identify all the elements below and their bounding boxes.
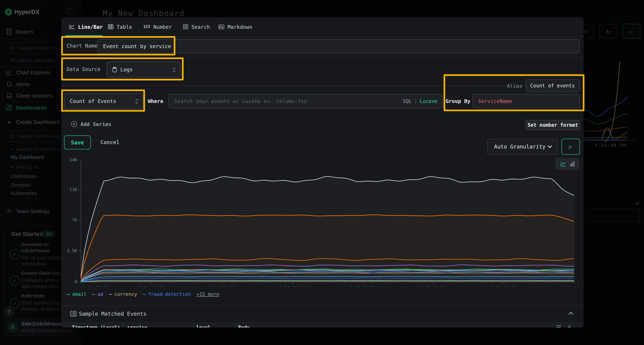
sample-events-title: Sample Matched Events bbox=[79, 311, 146, 317]
legend-more-link[interactable]: +15 more bbox=[196, 291, 219, 297]
highlight-chart-name bbox=[61, 36, 175, 55]
svg-text:3:29:00 PM: 3:29:00 PM bbox=[279, 286, 305, 287]
list-icon bbox=[70, 311, 76, 317]
wrap-text-icon[interactable] bbox=[556, 325, 562, 328]
column-service[interactable]: service bbox=[127, 325, 147, 328]
plus-circle-icon bbox=[71, 121, 77, 127]
chart-type-tabs: Line/Bar Table 123 Number Search Markdow… bbox=[61, 17, 584, 37]
svg-text:7K: 7K bbox=[72, 218, 78, 223]
legend-entry[interactable]: —ad bbox=[92, 291, 104, 297]
collapse-section-icon[interactable] bbox=[568, 312, 574, 315]
preview-line-chart[interactable]: 03.5K7K11K14KAug 4 3:04:00 PM3:13:00 PM3… bbox=[62, 157, 580, 287]
column-level[interactable]: level bbox=[196, 325, 210, 328]
table-icon bbox=[108, 24, 114, 29]
query-language-toggle[interactable]: SQL|Lucene bbox=[403, 98, 438, 104]
cancel-button[interactable]: Cancel bbox=[100, 135, 120, 149]
granularity-select[interactable]: Auto Granularity bbox=[487, 139, 558, 155]
svg-text:3:37:00 PM: 3:37:00 PM bbox=[350, 286, 376, 287]
column-body[interactable]: Body bbox=[238, 325, 250, 328]
svg-text:Aug 4 3:04:00 PM: Aug 4 3:04:00 PM bbox=[67, 286, 108, 287]
highlight-group-by bbox=[444, 74, 584, 111]
legend-entry[interactable]: —email bbox=[67, 291, 86, 297]
sql-option[interactable]: SQL bbox=[403, 98, 412, 104]
download-icon[interactable] bbox=[567, 325, 572, 328]
svg-text:3:53:00 PM: 3:53:00 PM bbox=[491, 286, 517, 287]
highlight-data-source bbox=[61, 57, 184, 80]
column-timestamp[interactable]: Timestamp (Local) bbox=[72, 325, 120, 328]
play-icon: ▷ bbox=[569, 144, 572, 150]
where-label: Where bbox=[148, 98, 163, 104]
tab-table[interactable]: Table bbox=[108, 17, 132, 36]
chart-legend: —email—ad—currency—fraud-detection +15 m… bbox=[67, 291, 219, 297]
svg-text:3:13:00 PM: 3:13:00 PM bbox=[138, 286, 164, 287]
highlight-aggregation bbox=[61, 89, 145, 112]
save-button[interactable]: Save bbox=[64, 135, 91, 149]
tab-search[interactable]: Search bbox=[183, 17, 210, 36]
lucene-option[interactable]: Lucene bbox=[420, 98, 438, 104]
run-query-button[interactable]: ▷ bbox=[561, 139, 580, 155]
where-search-input[interactable]: Search your events w/ Lucene ex. column:… bbox=[168, 94, 443, 108]
tab-markdown[interactable]: Markdown bbox=[218, 17, 252, 36]
line-chart-icon bbox=[70, 24, 75, 29]
search-doc-icon bbox=[183, 24, 188, 29]
number-123-icon: 123 bbox=[143, 25, 150, 29]
svg-text:3:21:00 PM: 3:21:00 PM bbox=[209, 286, 235, 287]
modal-divider bbox=[61, 306, 584, 306]
svg-text:0: 0 bbox=[74, 279, 77, 284]
svg-text:11K: 11K bbox=[70, 187, 77, 192]
svg-text:3.5K: 3.5K bbox=[67, 248, 78, 253]
svg-text:3:45:00 PM: 3:45:00 PM bbox=[420, 286, 446, 287]
legend-entry[interactable]: —fraud-detection bbox=[143, 291, 191, 297]
legend-entry[interactable]: —currency bbox=[109, 291, 137, 297]
tab-line-bar[interactable]: Line/Bar bbox=[70, 17, 103, 36]
svg-text:14K: 14K bbox=[70, 157, 77, 162]
chevron-down-icon bbox=[548, 145, 552, 148]
add-series-button[interactable]: Add Series bbox=[71, 121, 112, 127]
svg-text:4:04:00 PM: 4:04:00 PM bbox=[561, 286, 580, 287]
markdown-icon bbox=[218, 24, 224, 29]
legend-items: —email—ad—currency—fraud-detection bbox=[67, 291, 191, 297]
app-root: HyperDX Search Saved Searches No saved s… bbox=[0, 0, 644, 345]
tab-number[interactable]: 123 Number bbox=[143, 17, 172, 36]
set-number-format-button[interactable]: Set number format bbox=[526, 120, 580, 130]
events-table-header: Timestamp (Local) ⋮ service ⋮ level ⋮ Bo… bbox=[61, 322, 584, 328]
